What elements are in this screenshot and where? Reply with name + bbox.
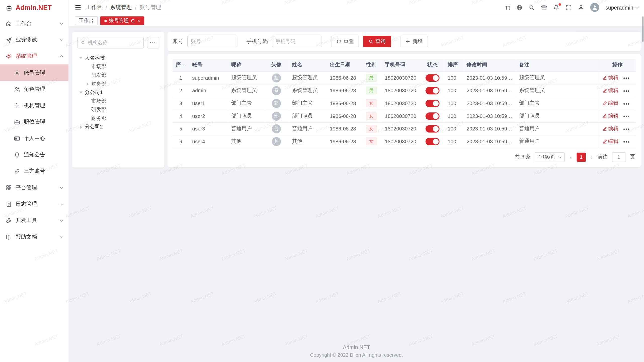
status-toggle[interactable]	[425, 112, 439, 120]
sidebar-item-account-mgmt[interactable]: 账号管理	[0, 64, 69, 81]
sidebar-item-workbench[interactable]: 工作台	[0, 15, 69, 31]
accounts-table: 序号 账号 昵称 头像 姓名 出生日期 性别 手机号码 状态 排序	[173, 59, 636, 148]
edit-button[interactable]: 编辑	[602, 125, 618, 132]
sidebar-item-label: 平台管理	[16, 184, 57, 191]
search-icon	[81, 40, 85, 45]
edit-button[interactable]: 编辑	[602, 87, 618, 94]
avatar[interactable]	[590, 3, 599, 12]
status-toggle[interactable]	[425, 125, 439, 132]
username: superadmin	[606, 4, 633, 10]
org-search-box[interactable]	[77, 37, 144, 49]
sidebar-item-role-mgmt[interactable]: 角色管理	[0, 81, 69, 97]
edit-button[interactable]: 编辑	[602, 100, 618, 107]
more-actions-icon[interactable]: •••	[623, 139, 630, 145]
sidebar-item-label: 三方账号	[24, 167, 63, 175]
page-number-current[interactable]: 1	[577, 153, 586, 162]
reset-button[interactable]: 重置	[331, 36, 359, 47]
prev-page-button[interactable]: ‹	[569, 154, 572, 160]
breadcrumb-item[interactable]: 系统管理	[110, 4, 132, 11]
fullscreen-icon[interactable]	[566, 4, 572, 10]
tree-node[interactable]: 研发部	[77, 106, 159, 114]
profile-icon[interactable]	[578, 4, 584, 10]
link-icon	[14, 168, 20, 174]
close-icon[interactable]: ×	[137, 18, 140, 23]
account-input[interactable]	[187, 36, 237, 47]
caret-down-icon[interactable]	[79, 56, 83, 60]
caret-right-icon[interactable]	[79, 125, 83, 129]
gender-badge: 女	[366, 112, 377, 120]
wrench-icon	[6, 217, 12, 223]
more-actions-icon[interactable]: •••	[623, 126, 630, 132]
gift-icon[interactable]	[541, 4, 547, 10]
caret-right-icon[interactable]	[86, 82, 90, 86]
table-row: 4 user2 部门职员 部 部门职员 1986-06-28 女 1802003…	[173, 110, 636, 122]
globe-icon[interactable]	[516, 4, 522, 10]
tree-node[interactable]: 分公司2	[77, 123, 159, 131]
tree-node[interactable]: 研发部	[77, 71, 159, 79]
sidebar-item-log-mgmt[interactable]: 日志管理	[0, 196, 69, 212]
org-search-input[interactable]	[88, 40, 140, 46]
edit-button[interactable]: 编辑	[602, 112, 618, 119]
more-actions-icon[interactable]: •••	[623, 75, 630, 81]
page-size-select[interactable]: 10条/页	[535, 152, 565, 162]
status-toggle[interactable]	[425, 138, 439, 145]
search-icon[interactable]	[529, 4, 535, 10]
font-size-icon[interactable]: Tt	[505, 4, 510, 10]
tree-node[interactable]: 大名科技	[77, 54, 159, 62]
status-toggle[interactable]	[425, 100, 439, 107]
tab-account-mgmt[interactable]: 账号管理 ×	[100, 16, 144, 25]
topbar: 工作台 / 系统管理 / 账号管理 Tt	[69, 0, 644, 15]
sidebar-item-label: 日志管理	[16, 200, 57, 208]
more-options-icon[interactable]: ···	[147, 37, 159, 49]
goto-page-input[interactable]	[612, 152, 626, 162]
sidebar-item-help-docs[interactable]: 帮助文档	[0, 229, 69, 245]
tab-workbench[interactable]: 工作台	[75, 16, 98, 25]
phone-input[interactable]	[272, 36, 322, 47]
tree-node[interactable]: 财务部	[77, 114, 159, 123]
tree-node-label: 分公司1	[85, 89, 103, 96]
edit-icon	[602, 114, 607, 118]
caret-down-icon[interactable]	[79, 90, 83, 95]
next-page-button[interactable]: ›	[590, 154, 593, 160]
scrollbar-thumb[interactable]	[642, 16, 644, 42]
tree-node[interactable]: 市场部	[77, 97, 159, 105]
sidebar-item-thirdparty-account[interactable]: 三方账号	[0, 163, 69, 179]
user-menu[interactable]: superadmin	[606, 4, 638, 10]
app-logo[interactable]: Admin.NET	[0, 0, 69, 15]
sidebar-item-label: 机构管理	[24, 102, 63, 109]
status-toggle[interactable]	[425, 87, 439, 94]
tree-node-label: 大名科技	[85, 55, 105, 62]
send-icon	[6, 37, 12, 43]
sidebar-item-system-mgmt[interactable]: 系统管理	[0, 48, 69, 64]
account-panel: 账号 手机号码 重置 查询	[168, 32, 641, 167]
more-actions-icon[interactable]: •••	[623, 88, 630, 94]
tree-node-label: 财务部	[91, 115, 106, 122]
tree-node[interactable]: 市场部	[77, 62, 159, 71]
gear-icon	[6, 53, 12, 59]
sidebar-item-dev-tools[interactable]: 开发工具	[0, 212, 69, 229]
sidebar-item-platform-mgmt[interactable]: 平台管理	[0, 179, 69, 196]
refresh-icon[interactable]	[131, 18, 135, 23]
hamburger-menu-icon[interactable]	[75, 4, 81, 11]
more-actions-icon[interactable]: •••	[623, 114, 630, 119]
tabs-bar: 工作台 账号管理 ×	[69, 15, 644, 27]
sidebar-item-org-mgmt[interactable]: 机构管理	[0, 97, 69, 114]
pagination: 共 6 条 10条/页 ‹ 1 › 前往 页	[173, 148, 636, 164]
sidebar-item-business-test[interactable]: 业务测试	[0, 32, 69, 48]
account-label: 账号	[173, 38, 183, 45]
tree-node[interactable]: 财务部	[77, 80, 159, 88]
breadcrumb-item[interactable]: 工作台	[86, 4, 102, 11]
tree-node[interactable]: 分公司1	[77, 88, 159, 97]
status-toggle[interactable]	[425, 74, 439, 81]
accounts-table-card: 序号 账号 昵称 头像 姓名 出生日期 性别 手机号码 状态 排序	[168, 54, 641, 167]
sidebar-item-personal-center[interactable]: 个人中心	[0, 130, 69, 147]
more-actions-icon[interactable]: •••	[623, 101, 630, 107]
edit-button[interactable]: 编辑	[602, 74, 618, 81]
notification-badge	[559, 3, 561, 6]
bell-icon[interactable]	[553, 4, 559, 10]
edit-button[interactable]: 编辑	[602, 138, 618, 145]
sidebar-item-position-mgmt[interactable]: 职位管理	[0, 114, 69, 130]
search-button[interactable]: 查询	[363, 36, 391, 47]
add-button[interactable]: 新增	[400, 36, 428, 47]
sidebar-item-notice[interactable]: 通知公告	[0, 147, 69, 163]
